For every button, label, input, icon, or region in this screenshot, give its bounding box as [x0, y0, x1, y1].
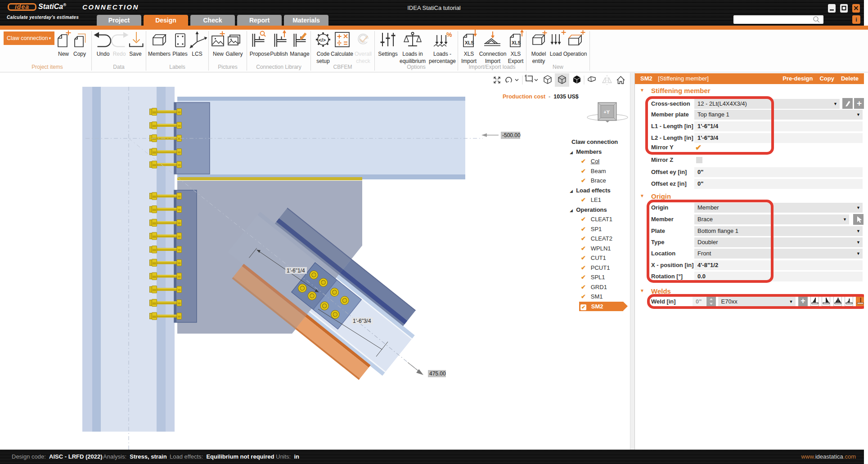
svg-text:</>: </>	[319, 37, 326, 43]
svg-text:XLS: XLS	[465, 40, 474, 45]
svg-text:XLS: XLS	[512, 40, 521, 45]
svg-text:475.00: 475.00	[429, 370, 446, 377]
svg-text:+Y: +Y	[604, 109, 610, 115]
svg-text:-500.00: -500.00	[502, 132, 521, 138]
svg-text:%: %	[446, 31, 452, 38]
svg-text:1'-6"1/4: 1'-6"1/4	[287, 268, 305, 274]
svg-text:1'-6"3/4: 1'-6"3/4	[353, 318, 371, 324]
